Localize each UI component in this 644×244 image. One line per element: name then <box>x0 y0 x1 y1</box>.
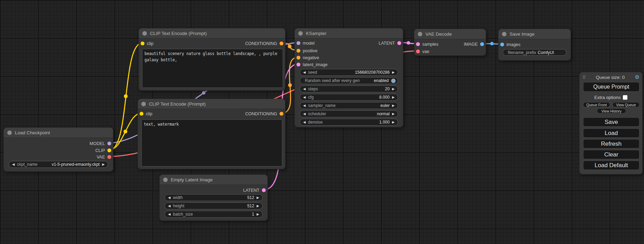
decrement-arrow-icon[interactable]: ◀ <box>303 87 306 91</box>
random-seed-toggle[interactable] <box>391 79 396 83</box>
collapse-dot-icon[interactable] <box>141 102 146 106</box>
increment-arrow-icon[interactable]: ▶ <box>392 96 395 99</box>
queue-size-label: Queue size: 0 <box>586 75 635 80</box>
latent-output-port[interactable] <box>397 41 401 45</box>
clip-output-port[interactable] <box>107 148 111 152</box>
node-title: VAE Decode <box>425 31 452 37</box>
slot-conditioning-output: CONDITIONING <box>245 41 283 46</box>
queue-menu-panel: ⠿ Queue size: 0 ⚙ Queue Prompt Extra opt… <box>579 72 643 174</box>
gear-icon[interactable]: ⚙ <box>635 74 639 80</box>
clear-button[interactable]: Clear <box>583 150 639 159</box>
queue-front-button[interactable]: Queue Front <box>583 102 610 107</box>
increment-arrow-icon[interactable]: ▶ <box>392 104 395 107</box>
slot-clip-output: CLIP <box>95 148 111 153</box>
save-button[interactable]: Save <box>583 117 639 127</box>
positive-input-port[interactable] <box>297 49 300 53</box>
node-save-image[interactable]: Save Image images filename_prefix ComfyU… <box>498 29 571 61</box>
node-title: Save Image <box>510 31 535 37</box>
seed-widget[interactable]: ◀ seed 156680208700286 ▶ <box>300 69 398 76</box>
node-ksampler[interactable]: KSampler model positive negative latent_… <box>294 28 403 127</box>
refresh-button[interactable]: Refresh <box>583 139 639 148</box>
random-seed-widget[interactable]: Random seed after every gen enabled <box>300 77 398 84</box>
node-title: KSampler <box>306 31 326 36</box>
model-input-port[interactable] <box>297 41 300 45</box>
image-output-port[interactable] <box>480 42 484 46</box>
node-header[interactable]: CLIP Text Encode (Prompt) <box>139 28 285 38</box>
increment-arrow-icon[interactable]: ▶ <box>392 87 395 91</box>
load-default-button[interactable]: Load Default <box>583 161 639 170</box>
negative-prompt-textarea[interactable]: text, watermark <box>141 119 282 166</box>
node-clip-text-encode-positive[interactable]: CLIP Text Encode (Prompt) clip CONDITION… <box>139 28 285 91</box>
increment-arrow-icon[interactable]: ▶ <box>392 112 395 116</box>
collapse-dot-icon[interactable] <box>163 178 168 182</box>
decrement-arrow-icon[interactable]: ◀ <box>168 204 170 208</box>
node-load-checkpoint[interactable]: Load Checkpoint MODEL CLIP VAE ◀ ckpt_na… <box>3 127 113 172</box>
slot-vae-input: vae <box>416 49 429 54</box>
decrement-arrow-icon[interactable]: ◀ <box>303 120 306 124</box>
clip-input-port[interactable] <box>141 42 144 45</box>
node-header[interactable]: Load Checkpoint <box>4 128 113 138</box>
model-output-port[interactable] <box>107 142 111 145</box>
node-vae-decode[interactable]: VAE Decode samples vae IMAGE <box>414 29 486 56</box>
view-queue-button[interactable]: View Queue <box>612 102 639 107</box>
cfg-widget[interactable]: ◀ cfg 8.000 ▶ <box>300 94 398 101</box>
node-header[interactable]: Empty Latent Image <box>160 175 267 185</box>
increment-arrow-icon[interactable]: ▶ <box>257 213 259 216</box>
node-header[interactable]: VAE Decode <box>414 29 486 39</box>
collapse-dot-icon[interactable] <box>7 130 12 135</box>
node-empty-latent-image[interactable]: Empty Latent Image LATENT ◀ width 512 ▶ … <box>159 174 268 221</box>
vae-input-port[interactable] <box>416 49 420 53</box>
width-widget[interactable]: ◀ width 512 ▶ <box>165 194 263 201</box>
decrement-arrow-icon[interactable]: ◀ <box>303 71 306 74</box>
steps-widget[interactable]: ◀ steps 20 ▶ <box>300 85 398 92</box>
load-button[interactable]: Load <box>583 128 639 138</box>
positive-prompt-textarea[interactable]: beautiful scenery nature glass bottle la… <box>142 49 283 88</box>
slot-model-output: MODEL <box>90 141 111 146</box>
decrement-arrow-icon[interactable]: ◀ <box>168 213 170 216</box>
samples-input-port[interactable] <box>416 42 420 46</box>
negative-input-port[interactable] <box>297 56 300 60</box>
conditioning-output-port[interactable] <box>280 42 283 45</box>
decrement-arrow-icon[interactable]: ◀ <box>303 96 306 99</box>
node-header[interactable]: CLIP Text Encode (Prompt) <box>138 99 285 109</box>
node-header[interactable]: KSampler <box>295 28 403 38</box>
queue-prompt-button[interactable]: Queue Prompt <box>583 82 639 92</box>
filename-prefix-widget[interactable]: filename_prefix ComfyUI <box>503 49 566 56</box>
decrement-arrow-icon[interactable]: ◀ <box>303 112 306 116</box>
node-header[interactable]: Save Image <box>499 29 571 39</box>
slot-image-output: IMAGE <box>464 42 484 47</box>
denoise-widget[interactable]: ◀ denoise 1.000 ▶ <box>300 119 398 126</box>
collapse-dot-icon[interactable] <box>502 32 506 36</box>
increment-arrow-icon[interactable]: ▶ <box>392 120 395 124</box>
node-clip-text-encode-negative[interactable]: CLIP Text Encode (Prompt) clip CONDITION… <box>138 99 285 169</box>
increment-arrow-icon[interactable]: ▶ <box>102 163 105 166</box>
collapse-dot-icon[interactable] <box>418 32 422 36</box>
decrement-arrow-icon[interactable]: ◀ <box>168 196 170 199</box>
decrement-arrow-icon[interactable]: ◀ <box>303 104 306 107</box>
clip-input-port[interactable] <box>140 112 143 116</box>
node-title: Load Checkpoint <box>15 130 50 135</box>
decrement-arrow-icon[interactable]: ◀ <box>12 163 15 166</box>
latent-output-port[interactable] <box>262 188 266 192</box>
increment-arrow-icon[interactable]: ▶ <box>257 204 259 208</box>
drag-handle-icon[interactable]: ⠿ <box>582 75 586 80</box>
collapse-dot-icon[interactable] <box>142 31 147 36</box>
vae-output-port[interactable] <box>107 155 111 159</box>
scheduler-widget[interactable]: ◀ scheduler normal ▶ <box>300 110 398 117</box>
extra-options-checkbox[interactable] <box>623 95 627 100</box>
height-widget[interactable]: ◀ height 512 ▶ <box>165 202 263 209</box>
images-input-port[interactable] <box>500 43 504 46</box>
slot-samples-input: samples <box>416 42 439 47</box>
conditioning-output-port[interactable] <box>280 112 283 116</box>
node-title: Empty Latent Image <box>171 177 213 182</box>
slot-positive-input: positive <box>297 48 317 53</box>
view-history-button[interactable]: View History <box>597 108 626 114</box>
sampler-name-widget[interactable]: ◀ sampler_name euler ▶ <box>300 102 398 109</box>
batch-size-widget[interactable]: ◀ batch_size 1 ▶ <box>165 211 263 218</box>
increment-arrow-icon[interactable]: ▶ <box>257 196 259 199</box>
increment-arrow-icon[interactable]: ▶ <box>392 71 395 74</box>
node-graph-canvas[interactable]: Load Checkpoint MODEL CLIP VAE ◀ ckpt_na… <box>0 0 644 244</box>
collapse-dot-icon[interactable] <box>298 31 303 36</box>
ckpt-name-widget[interactable]: ◀ ckpt_name v1-5-pruned-emaonly.ckpt ▶ <box>9 161 108 168</box>
latent-image-input-port[interactable] <box>297 63 300 66</box>
